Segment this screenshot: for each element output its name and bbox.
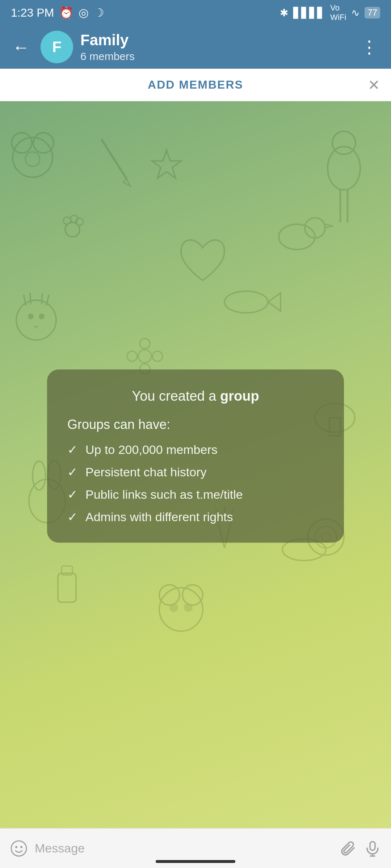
status-time: 1:23 PM [11,6,54,20]
svg-marker-6 [152,150,181,178]
svg-line-22 [42,293,42,304]
svg-point-48 [159,585,180,605]
moon-icon: ☽ [94,6,104,20]
vo-wifi-icon: VoWiFi [330,3,346,22]
info-title-bold: group [220,388,259,404]
chat-background: You created a group Groups can have: ✓ U… [0,101,391,828]
svg-point-51 [184,603,193,612]
emoji-button[interactable] [10,840,28,857]
status-bar: 1:23 PM ⏰ ◎ ☽ ✱ ▋▋▋▋ VoWiFi ∿ 77 [0,0,391,25]
attach-button[interactable] [340,840,357,857]
svg-point-33 [33,461,46,490]
svg-rect-41 [58,573,76,602]
svg-rect-55 [370,842,375,850]
message-input[interactable] [35,836,333,861]
svg-point-3 [25,152,40,166]
svg-point-53 [15,846,17,848]
close-add-members-button[interactable]: ✕ [368,77,380,93]
check-icon: ✓ [67,442,77,457]
back-button[interactable]: ← [9,34,33,61]
svg-point-50 [169,603,178,612]
more-options-button[interactable]: ⋮ [357,33,382,61]
group-avatar: F [41,31,73,63]
battery-icon: 77 [365,7,380,18]
group-members-count: 6 members [80,50,350,63]
signal-icon: ▋▋▋▋ [293,7,325,19]
svg-line-20 [30,293,31,304]
svg-point-31 [152,351,163,361]
status-left: 1:23 PM ⏰ ◎ ☽ [11,6,104,20]
group-info: Family 6 members [80,31,350,63]
svg-point-12 [63,217,71,224]
svg-point-1 [12,133,32,153]
alarm-icon: ⏰ [59,6,73,20]
check-icon: ✓ [67,510,77,524]
info-title-plain: You created a [132,388,220,404]
svg-point-47 [159,588,203,631]
svg-point-52 [11,841,26,856]
svg-marker-5 [123,179,130,186]
svg-point-8 [332,131,356,154]
feature-text: Admins with different rights [85,510,233,524]
svg-point-30 [127,351,137,361]
status-right: ✱ ▋▋▋▋ VoWiFi ∿ 77 [280,3,380,22]
svg-point-23 [28,314,34,319]
list-item: ✓ Persistent chat history [67,465,324,479]
check-icon: ✓ [67,487,77,502]
info-card: You created a group Groups can have: ✓ U… [47,370,344,543]
feature-text: Up to 200,000 members [85,442,218,456]
svg-point-49 [182,585,203,605]
mic-button[interactable] [364,840,381,857]
bluetooth-icon: ✱ [280,7,288,19]
home-indicator [156,860,235,863]
info-features-list: ✓ Up to 200,000 members ✓ Persistent cha… [67,442,324,524]
group-name: Family [80,31,350,49]
svg-point-18 [16,300,56,340]
chat-header: ← F Family 6 members ⋮ [0,25,391,69]
feature-text: Public links such as t.me/title [85,487,243,501]
add-members-bar: ADD MEMBERS ✕ [0,69,391,101]
whatsapp-icon: ◎ [79,6,89,20]
add-members-label: ADD MEMBERS [148,78,243,92]
svg-point-2 [33,133,54,153]
wifi-icon: ∿ [351,7,360,19]
list-item: ✓ Up to 200,000 members [67,442,324,457]
check-icon: ✓ [67,465,77,479]
svg-line-4 [101,139,127,179]
svg-point-0 [13,137,52,177]
info-card-title: You created a group [67,388,324,404]
list-item: ✓ Public links such as t.me/title [67,487,324,502]
svg-point-25 [224,291,268,313]
svg-point-54 [20,846,22,848]
svg-marker-26 [268,293,281,311]
svg-point-28 [140,339,150,349]
feature-text: Persistent chat history [85,465,206,479]
svg-point-24 [39,314,45,319]
svg-marker-17 [325,224,333,228]
svg-point-7 [328,146,360,190]
svg-point-27 [138,350,151,363]
list-item: ✓ Admins with different rights [67,510,324,524]
info-section-label: Groups can have: [67,417,324,432]
